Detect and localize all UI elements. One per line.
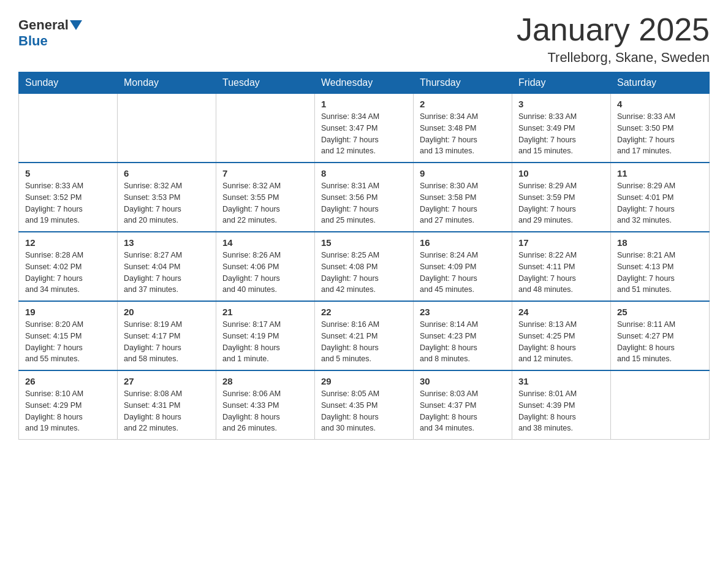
day-info: Sunrise: 8:32 AMSunset: 3:55 PMDaylight:… <box>222 180 308 226</box>
calendar-cell: 14Sunrise: 8:26 AMSunset: 4:06 PMDayligh… <box>216 232 315 301</box>
calendar-cell: 25Sunrise: 8:11 AMSunset: 4:27 PMDayligh… <box>611 301 710 370</box>
day-number: 1 <box>321 99 407 109</box>
logo-triangle-icon <box>70 20 82 30</box>
calendar-cell: 3Sunrise: 8:33 AMSunset: 3:49 PMDaylight… <box>512 94 611 163</box>
calendar-cell: 10Sunrise: 8:29 AMSunset: 3:59 PMDayligh… <box>512 163 611 232</box>
calendar: SundayMondayTuesdayWednesdayThursdayFrid… <box>18 72 710 440</box>
calendar-cell: 24Sunrise: 8:13 AMSunset: 4:25 PMDayligh… <box>512 301 611 370</box>
calendar-cell: 23Sunrise: 8:14 AMSunset: 4:23 PMDayligh… <box>414 301 512 370</box>
calendar-cell: 17Sunrise: 8:22 AMSunset: 4:11 PMDayligh… <box>512 232 611 301</box>
day-info: Sunrise: 8:08 AMSunset: 4:31 PMDaylight:… <box>124 388 210 434</box>
day-number: 18 <box>617 237 703 248</box>
month-title: January 2025 <box>517 12 710 47</box>
day-number: 3 <box>518 99 604 109</box>
calendar-week-row: 19Sunrise: 8:20 AMSunset: 4:15 PMDayligh… <box>19 301 710 370</box>
day-info: Sunrise: 8:30 AMSunset: 3:58 PMDaylight:… <box>420 180 506 226</box>
day-info: Sunrise: 8:34 AMSunset: 3:47 PMDaylight:… <box>321 111 407 157</box>
day-info: Sunrise: 8:14 AMSunset: 4:23 PMDaylight:… <box>420 319 506 365</box>
calendar-cell <box>216 94 315 163</box>
day-info: Sunrise: 8:25 AMSunset: 4:08 PMDaylight:… <box>321 250 407 296</box>
day-info: Sunrise: 8:05 AMSunset: 4:35 PMDaylight:… <box>321 388 407 434</box>
calendar-cell: 4Sunrise: 8:33 AMSunset: 3:50 PMDaylight… <box>611 94 710 163</box>
day-number: 9 <box>420 168 506 178</box>
calendar-cell: 2Sunrise: 8:34 AMSunset: 3:48 PMDaylight… <box>414 94 512 163</box>
day-info: Sunrise: 8:10 AMSunset: 4:29 PMDaylight:… <box>25 388 111 434</box>
day-info: Sunrise: 8:32 AMSunset: 3:53 PMDaylight:… <box>124 180 210 226</box>
day-number: 20 <box>124 307 210 317</box>
calendar-week-row: 5Sunrise: 8:33 AMSunset: 3:52 PMDaylight… <box>19 163 710 232</box>
day-number: 2 <box>420 99 506 109</box>
day-info: Sunrise: 8:22 AMSunset: 4:11 PMDaylight:… <box>518 250 604 296</box>
day-number: 6 <box>124 168 210 178</box>
calendar-cell: 20Sunrise: 8:19 AMSunset: 4:17 PMDayligh… <box>118 301 216 370</box>
calendar-cell: 27Sunrise: 8:08 AMSunset: 4:31 PMDayligh… <box>118 370 216 440</box>
day-info: Sunrise: 8:33 AMSunset: 3:50 PMDaylight:… <box>617 111 703 157</box>
calendar-cell <box>611 370 710 440</box>
location: Trelleborg, Skane, Sweden <box>517 50 710 66</box>
day-number: 15 <box>321 237 407 248</box>
day-info: Sunrise: 8:17 AMSunset: 4:19 PMDaylight:… <box>222 319 308 365</box>
calendar-cell: 9Sunrise: 8:30 AMSunset: 3:58 PMDaylight… <box>414 163 512 232</box>
day-info: Sunrise: 8:31 AMSunset: 3:56 PMDaylight:… <box>321 180 407 226</box>
day-info: Sunrise: 8:24 AMSunset: 4:09 PMDaylight:… <box>420 250 506 296</box>
calendar-cell: 7Sunrise: 8:32 AMSunset: 3:55 PMDaylight… <box>216 163 315 232</box>
calendar-cell: 28Sunrise: 8:06 AMSunset: 4:33 PMDayligh… <box>216 370 315 440</box>
logo: General Blue <box>18 17 83 49</box>
day-info: Sunrise: 8:26 AMSunset: 4:06 PMDaylight:… <box>222 250 308 296</box>
day-number: 23 <box>420 307 506 317</box>
logo-blue-text: Blue <box>18 33 48 49</box>
calendar-cell: 15Sunrise: 8:25 AMSunset: 4:08 PMDayligh… <box>315 232 414 301</box>
day-number: 22 <box>321 307 407 317</box>
calendar-header-friday: Friday <box>512 72 611 94</box>
calendar-header-thursday: Thursday <box>414 72 512 94</box>
logo-general-text: General <box>18 17 69 33</box>
calendar-header-saturday: Saturday <box>611 72 710 94</box>
day-info: Sunrise: 8:16 AMSunset: 4:21 PMDaylight:… <box>321 319 407 365</box>
calendar-cell: 30Sunrise: 8:03 AMSunset: 4:37 PMDayligh… <box>414 370 512 440</box>
calendar-week-row: 1Sunrise: 8:34 AMSunset: 3:47 PMDaylight… <box>19 94 710 163</box>
day-number: 17 <box>518 237 604 248</box>
calendar-header-row: SundayMondayTuesdayWednesdayThursdayFrid… <box>19 72 710 94</box>
calendar-cell: 19Sunrise: 8:20 AMSunset: 4:15 PMDayligh… <box>19 301 118 370</box>
day-info: Sunrise: 8:11 AMSunset: 4:27 PMDaylight:… <box>617 319 703 365</box>
calendar-cell: 8Sunrise: 8:31 AMSunset: 3:56 PMDaylight… <box>315 163 414 232</box>
day-number: 26 <box>25 376 111 386</box>
calendar-week-row: 12Sunrise: 8:28 AMSunset: 4:02 PMDayligh… <box>19 232 710 301</box>
calendar-cell: 11Sunrise: 8:29 AMSunset: 4:01 PMDayligh… <box>611 163 710 232</box>
calendar-header-tuesday: Tuesday <box>216 72 315 94</box>
header: General Blue January 2025 Trelleborg, Sk… <box>18 12 710 66</box>
calendar-cell: 21Sunrise: 8:17 AMSunset: 4:19 PMDayligh… <box>216 301 315 370</box>
day-number: 25 <box>617 307 703 317</box>
day-info: Sunrise: 8:34 AMSunset: 3:48 PMDaylight:… <box>420 111 506 157</box>
calendar-cell: 1Sunrise: 8:34 AMSunset: 3:47 PMDaylight… <box>315 94 414 163</box>
day-info: Sunrise: 8:29 AMSunset: 3:59 PMDaylight:… <box>518 180 604 226</box>
page: General Blue January 2025 Trelleborg, Sk… <box>0 0 728 458</box>
day-info: Sunrise: 8:01 AMSunset: 4:39 PMDaylight:… <box>518 388 604 434</box>
day-number: 4 <box>617 99 703 109</box>
day-number: 30 <box>420 376 506 386</box>
day-info: Sunrise: 8:29 AMSunset: 4:01 PMDaylight:… <box>617 180 703 226</box>
day-info: Sunrise: 8:28 AMSunset: 4:02 PMDaylight:… <box>25 250 111 296</box>
calendar-header-wednesday: Wednesday <box>315 72 414 94</box>
day-number: 5 <box>25 168 111 178</box>
calendar-cell: 31Sunrise: 8:01 AMSunset: 4:39 PMDayligh… <box>512 370 611 440</box>
calendar-cell: 22Sunrise: 8:16 AMSunset: 4:21 PMDayligh… <box>315 301 414 370</box>
day-number: 24 <box>518 307 604 317</box>
day-info: Sunrise: 8:27 AMSunset: 4:04 PMDaylight:… <box>124 250 210 296</box>
day-info: Sunrise: 8:19 AMSunset: 4:17 PMDaylight:… <box>124 319 210 365</box>
day-info: Sunrise: 8:21 AMSunset: 4:13 PMDaylight:… <box>617 250 703 296</box>
calendar-week-row: 26Sunrise: 8:10 AMSunset: 4:29 PMDayligh… <box>19 370 710 440</box>
calendar-cell: 13Sunrise: 8:27 AMSunset: 4:04 PMDayligh… <box>118 232 216 301</box>
day-number: 14 <box>222 237 308 248</box>
day-number: 11 <box>617 168 703 178</box>
calendar-cell: 16Sunrise: 8:24 AMSunset: 4:09 PMDayligh… <box>414 232 512 301</box>
calendar-header-monday: Monday <box>118 72 216 94</box>
title-section: January 2025 Trelleborg, Skane, Sweden <box>517 12 710 66</box>
day-number: 13 <box>124 237 210 248</box>
day-number: 8 <box>321 168 407 178</box>
day-number: 27 <box>124 376 210 386</box>
calendar-cell <box>19 94 118 163</box>
calendar-cell: 18Sunrise: 8:21 AMSunset: 4:13 PMDayligh… <box>611 232 710 301</box>
calendar-cell: 5Sunrise: 8:33 AMSunset: 3:52 PMDaylight… <box>19 163 118 232</box>
day-number: 10 <box>518 168 604 178</box>
